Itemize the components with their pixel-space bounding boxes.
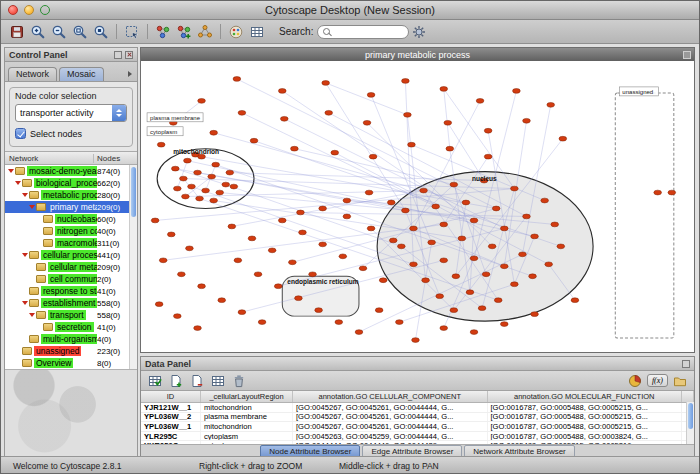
network-node[interactable] <box>171 166 179 171</box>
table-cell[interactable]: cytoplasm <box>201 441 293 444</box>
network-node[interactable] <box>210 198 218 203</box>
network-node[interactable] <box>280 116 288 121</box>
network-node[interactable] <box>228 224 236 229</box>
network-node[interactable] <box>178 272 186 277</box>
network-node[interactable] <box>462 200 470 205</box>
network-node[interactable] <box>322 81 330 86</box>
table-cell[interactable]: plasma membrane <box>201 413 293 422</box>
first-neighbors-icon[interactable] <box>153 22 173 41</box>
network-node[interactable] <box>450 308 458 313</box>
network-node[interactable] <box>440 87 448 92</box>
table-cell[interactable]: [GO:0016787, GO:0005488, GO:0005215, G..… <box>488 403 683 412</box>
network-node[interactable] <box>180 176 188 181</box>
network-node[interactable] <box>258 320 266 325</box>
network-node[interactable] <box>408 142 416 147</box>
network-node[interactable] <box>402 208 410 213</box>
expand-arrow-icon[interactable] <box>28 309 36 321</box>
table-row[interactable]: YPL036W__2plasma membrane[GO:0045267, GO… <box>141 413 694 423</box>
table-row[interactable]: YJR121W__1mitochondrion[GO:0045267, GO:0… <box>141 403 694 413</box>
column-header[interactable]: _cellularLayoutRegion <box>201 391 293 402</box>
network-node[interactable] <box>198 154 206 159</box>
import-attributes-icon[interactable] <box>670 371 690 390</box>
network-node[interactable] <box>278 89 286 94</box>
network-node[interactable] <box>446 146 454 151</box>
network-node[interactable] <box>278 218 286 223</box>
table-cell[interactable]: [GO:0016787, GO:0005488, GO:0003824, G..… <box>488 432 683 441</box>
network-node[interactable] <box>531 312 539 317</box>
network-node[interactable] <box>248 236 256 241</box>
tree-row[interactable]: biological_process662(0) <box>5 177 137 189</box>
network-node[interactable] <box>289 260 297 265</box>
search-options-icon[interactable] <box>409 22 429 41</box>
network-node[interactable] <box>478 306 486 311</box>
tree-scrollbar[interactable] <box>129 165 137 369</box>
network-node[interactable] <box>398 244 406 249</box>
expand-arrow-icon[interactable] <box>21 189 29 201</box>
network-node[interactable] <box>379 278 387 283</box>
network-node[interactable] <box>155 302 163 307</box>
network-node[interactable] <box>226 170 234 175</box>
network-node[interactable] <box>173 186 181 191</box>
network-node[interactable] <box>297 210 305 215</box>
tree-row[interactable]: transport558(0) <box>5 309 137 321</box>
search-text-field[interactable] <box>333 27 403 37</box>
chart-icon[interactable] <box>625 371 645 390</box>
node-color-dropdown[interactable]: transporter activity <box>15 104 127 122</box>
network-node[interactable] <box>268 248 276 253</box>
network-node[interactable] <box>319 242 327 247</box>
table-cell[interactable]: [GO:0005488, GO:0005215, GO:0005216, ... <box>488 441 683 444</box>
tree-row[interactable]: cell communicat...2(0) <box>5 273 137 285</box>
network-node[interactable] <box>238 310 246 315</box>
function-builder-button[interactable]: f(x) <box>647 374 668 387</box>
network-node[interactable] <box>196 196 204 201</box>
zoom-selected-region-icon[interactable] <box>70 22 90 41</box>
network-node[interactable] <box>492 206 500 211</box>
network-node[interactable] <box>436 294 444 299</box>
network-node[interactable] <box>295 296 303 301</box>
tree-row[interactable]: nitrogen compo...40(0) <box>5 225 137 237</box>
network-node[interactable] <box>500 226 508 231</box>
network-node[interactable] <box>541 198 549 203</box>
network-node[interactable] <box>482 272 490 277</box>
network-node[interactable] <box>545 262 553 267</box>
network-node[interactable] <box>410 226 418 231</box>
table-cell[interactable]: [GO:0016787, GO:0005488, GO:0005215, G..… <box>488 413 683 422</box>
table-row[interactable]: YPL036W__1mitochondrion[GO:0045267, GO:0… <box>141 422 694 432</box>
network-node[interactable] <box>254 272 262 277</box>
titlebar[interactable]: Cytoscape Desktop (New Session) <box>1 1 699 20</box>
network-node[interactable] <box>212 162 220 167</box>
table-cell[interactable]: [GO:0045267, GO:0045261, GO:0044444, G..… <box>293 403 488 412</box>
table-cell[interactable]: [GO:0045267, GO:0045261, GO:0044444, G..… <box>293 413 488 422</box>
network-node[interactable] <box>470 218 478 223</box>
network-node[interactable] <box>359 266 367 271</box>
zoom-out-icon[interactable] <box>49 22 69 41</box>
delete-attribute-icon[interactable] <box>187 371 207 390</box>
network-node[interactable] <box>529 274 537 279</box>
network-node[interactable] <box>375 308 383 313</box>
network-node[interactable] <box>208 174 216 179</box>
network-node[interactable] <box>531 234 539 239</box>
column-selector-icon[interactable] <box>682 391 694 402</box>
network-node[interactable] <box>202 188 210 193</box>
network-node[interactable] <box>470 330 478 335</box>
tab-network[interactable]: Network <box>8 67 57 81</box>
tree-row[interactable]: cellular metabo...209(0) <box>5 261 137 273</box>
table-cell[interactable]: YPL036W__1 <box>141 422 201 431</box>
network-node[interactable] <box>484 154 492 159</box>
table-cell[interactable]: [GO:0045267, GO:0045261, GO:0044444, G..… <box>293 422 488 431</box>
network-node[interactable] <box>194 326 202 331</box>
vizmapper-icon[interactable] <box>226 22 246 41</box>
table-row[interactable]: YKR052Ccytoplasm[GO:0044444, GO:0044446,… <box>141 441 694 444</box>
network-node[interactable] <box>159 258 167 263</box>
tree-row[interactable]: establishment of l...558(0) <box>5 297 137 309</box>
network-node[interactable] <box>343 214 351 219</box>
column-header[interactable]: annotation.GO MOLECULAR_FUNCTION <box>488 391 683 402</box>
network-node[interactable] <box>238 110 246 115</box>
table-cell[interactable]: mitochondrion <box>201 403 293 412</box>
network-node[interactable] <box>557 244 565 249</box>
network-node[interactable] <box>173 314 181 319</box>
network-node[interactable] <box>450 182 458 187</box>
network-node[interactable] <box>551 222 559 227</box>
network-canvas[interactable]: plasma membranecytoplasmunassignedmitoch… <box>141 61 694 352</box>
network-node[interactable] <box>466 290 474 295</box>
